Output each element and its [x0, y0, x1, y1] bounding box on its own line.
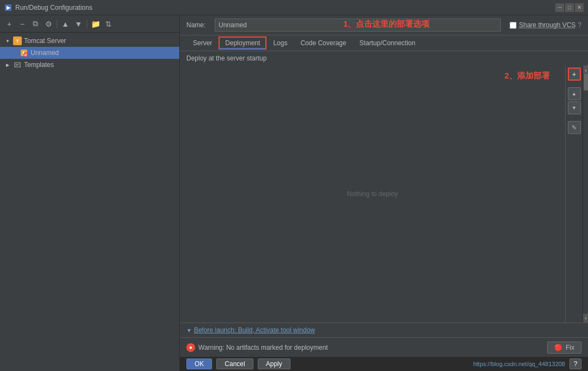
title-bar-controls: ─ □ ✕ [555, 3, 584, 12]
tomcat-server-icon: T [13, 37, 22, 45]
ok-button[interactable]: OK [186, 358, 212, 369]
scroll-up-btn[interactable]: ▲ [583, 65, 588, 74]
folder-button[interactable]: 📁 [89, 18, 101, 30]
svg-text:d: d [25, 53, 27, 57]
tab-code-coverage[interactable]: Code Coverage [294, 37, 353, 50]
title-bar-title: Run/Debug Configurations [15, 4, 92, 11]
scroll-track [583, 74, 588, 314]
settings-button[interactable]: ⚙ [43, 18, 54, 30]
expand-arrow-templates: ▶ [4, 62, 11, 68]
main-content: + − ⧉ ⚙ ▲ ▼ 📁 ⇅ ▼ T Tomcat Serve [0, 15, 588, 371]
vcs-help-icon[interactable]: ? [578, 21, 581, 29]
footer-right: https://blog.csdn.net/qq_44813208 ? [473, 358, 581, 369]
name-label: Name: [186, 21, 210, 29]
move-up-button[interactable]: ▲ [59, 18, 71, 30]
deploy-list: Nothing to deploy [180, 65, 565, 323]
footer-link[interactable]: https://blog.csdn.net/qq_44813208 [473, 361, 565, 367]
name-row: Name: Share through VCS ? [180, 15, 588, 35]
maximize-button[interactable]: □ [565, 3, 574, 12]
nothing-to-deploy-text: Nothing to deploy [347, 190, 398, 198]
tree-item-tomcat-server[interactable]: ▼ T Tomcat Server [0, 35, 179, 47]
sort-button[interactable]: ⇅ [102, 18, 114, 30]
share-vcs-checkbox[interactable] [510, 22, 517, 29]
warning-text: Warning: No artifacts marked for deploym… [198, 344, 328, 351]
cancel-button[interactable]: Cancel [216, 358, 253, 369]
templates-icon [13, 60, 22, 69]
templates-label: Templates [24, 61, 54, 69]
apply-button[interactable]: Apply [258, 358, 290, 369]
deploy-down-button[interactable]: ▼ [568, 101, 581, 114]
deploy-inner: Nothing to deploy 2、添加部署 + ▲ ▼ ✎ ▲ [180, 65, 588, 323]
expand-arrow-tomcat: ▼ [4, 38, 11, 44]
unnamed-config-icon: d [20, 48, 28, 57]
close-button[interactable]: ✕ [575, 3, 584, 12]
tab-deployment[interactable]: Deployment [219, 37, 266, 50]
minimize-button[interactable]: ─ [555, 3, 564, 12]
add-config-button[interactable]: + [3, 18, 15, 30]
deploy-at-startup-label: Deploy at the server startup [180, 51, 588, 65]
tab-startup-connection[interactable]: Startup/Connection [353, 37, 422, 50]
tabs-wrapper: Server Deployment Logs Code Coverage Sta… [180, 35, 588, 51]
before-launch-section: ▼ Before launch: Build, Activate tool wi… [180, 323, 588, 337]
tabs-bar: Server Deployment Logs Code Coverage Sta… [180, 35, 588, 51]
tomcat-server-label: Tomcat Server [24, 37, 66, 45]
right-panel: Name: Share through VCS ? Server Deploym… [180, 15, 588, 371]
warning-icon: ● [186, 343, 195, 352]
tree-item-templates[interactable]: ▶ Templates [0, 59, 179, 71]
right-scrollbar[interactable]: ▲ ▼ [583, 65, 588, 323]
tab-server[interactable]: Server [186, 37, 219, 50]
footer-left: OK Cancel Apply [186, 358, 290, 369]
tree-area: ▼ T Tomcat Server ▶ d [0, 33, 179, 371]
move-down-button[interactable]: ▼ [72, 18, 84, 30]
app-icon: ▶ [4, 4, 12, 11]
scroll-thumb [584, 74, 588, 90]
add-deploy-button[interactable]: + [568, 68, 581, 81]
before-launch-arrow[interactable]: ▼ [186, 327, 192, 333]
tab-logs[interactable]: Logs [266, 37, 294, 50]
title-bar: ▶ Run/Debug Configurations ─ □ ✕ [0, 0, 588, 15]
share-vcs-label: Share through VCS [519, 21, 575, 29]
svg-text:▶: ▶ [7, 5, 11, 10]
name-input[interactable] [215, 19, 501, 32]
share-checkbox-area: Share through VCS ? [510, 21, 581, 29]
svg-text:T: T [16, 39, 19, 44]
deploy-up-button[interactable]: ▲ [568, 87, 581, 100]
footer: OK Cancel Apply https://blog.csdn.net/qq… [180, 357, 588, 371]
scroll-down-btn[interactable]: ▼ [583, 314, 588, 323]
footer-help-button[interactable]: ? [569, 358, 581, 369]
copy-config-button[interactable]: ⧉ [29, 18, 41, 30]
toolbar-separator-2 [87, 20, 87, 28]
fix-icon: 🔴 [554, 344, 562, 351]
title-bar-left: ▶ Run/Debug Configurations [4, 4, 92, 11]
tab-content-deployment: Deploy at the server startup Nothing to … [180, 51, 588, 323]
fix-button[interactable]: 🔴 Fix [547, 342, 581, 354]
unnamed-label: Unnamed [31, 49, 59, 57]
tree-item-unnamed[interactable]: ▶ d Unnamed [0, 47, 179, 59]
remove-config-button[interactable]: − [16, 18, 28, 30]
left-panel: + − ⧉ ⚙ ▲ ▼ 📁 ⇅ ▼ T Tomcat Serve [0, 15, 180, 371]
left-toolbar: + − ⧉ ⚙ ▲ ▼ 📁 ⇅ [0, 15, 179, 33]
deploy-edit-button[interactable]: ✎ [568, 121, 581, 134]
side-actions: + ▲ ▼ ✎ [565, 65, 583, 323]
before-launch-text[interactable]: Before launch: Build, Activate tool wind… [194, 326, 315, 334]
warning-bar: ● Warning: No artifacts marked for deplo… [180, 337, 588, 357]
warning-left: ● Warning: No artifacts marked for deplo… [186, 343, 328, 352]
toolbar-separator-1 [57, 20, 57, 28]
